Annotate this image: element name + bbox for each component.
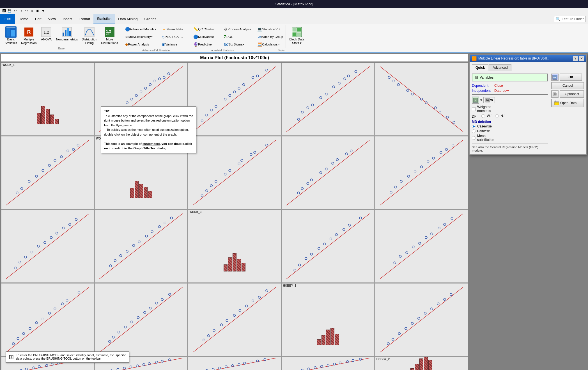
svg-point-56 [311, 104, 313, 106]
matrix-cell-3-1[interactable] [95, 283, 187, 356]
matrix-cell-0-2[interactable] [188, 63, 281, 136]
power-analysis-btn[interactable]: ◆ Power Analysis [124, 41, 158, 47]
matrix-cell-4-3[interactable] [282, 357, 375, 370]
df-w1-radio[interactable] [481, 114, 485, 118]
view-menu[interactable]: View [45, 14, 59, 24]
scatter-1-0 [1, 136, 94, 209]
menu-bar: File Home Edit View Insert Format Statis… [0, 14, 588, 24]
six-sigma-btn[interactable]: 6σ Six Sigma ▾ [222, 41, 252, 47]
redo2-btn[interactable]: ↪ [24, 8, 29, 13]
select-cases-icon-btn[interactable]: S [472, 97, 479, 104]
options-button[interactable]: Options ▾ [560, 90, 584, 98]
dialog-tabs: Quick Advanced [472, 64, 584, 71]
options-icon-btn[interactable] [551, 90, 559, 98]
tab-quick[interactable]: Quick [472, 64, 488, 71]
multivariate-btn[interactable]: 🔵 Multivariate [192, 34, 220, 40]
svg-point-90 [254, 151, 256, 154]
format-menu[interactable]: Format [75, 14, 93, 24]
statistica-icon-btn[interactable]: 🅰 [1, 8, 7, 13]
statistics-menu[interactable]: Statistics [93, 14, 115, 24]
matrix-cell-1-3[interactable] [282, 136, 375, 209]
ok-button[interactable]: OK [560, 74, 582, 81]
insert-menu[interactable]: Insert [59, 14, 75, 24]
matrix-cell-2-1[interactable] [95, 210, 187, 283]
weighted-moments-checkbox[interactable] [472, 107, 476, 111]
casewise-radio[interactable] [472, 125, 476, 128]
graphs-menu[interactable]: Graphs [141, 14, 160, 24]
edit-menu[interactable]: Edit [32, 14, 45, 24]
scatter-1-3 [282, 136, 374, 209]
open-data-button[interactable]: Open Data [551, 99, 584, 107]
mult-exploratory-btn[interactable]: ≋ Mult/Exploratory ▾ [124, 34, 158, 40]
svg-line-238 [193, 358, 276, 370]
matrix-cell-0-0[interactable]: WORK_1 [1, 63, 94, 136]
anova-btn[interactable]: 1,2 ANOVA [39, 25, 54, 42]
dialog-close-btn[interactable]: ✕ [579, 56, 584, 61]
save-btn[interactable]: 💾 [7, 8, 12, 13]
tab-advanced[interactable]: Advanced [489, 64, 511, 71]
svg-rect-19 [297, 28, 301, 32]
statistica-vb-btn[interactable]: 💻 Statistica VB [256, 26, 284, 32]
data-mining-menu[interactable]: Data Mining [115, 14, 141, 24]
undo-btn[interactable]: ↩ [12, 8, 18, 13]
df-n1-radio[interactable] [495, 114, 499, 118]
multiple-regression-btn[interactable]: R MultipleRegression [19, 25, 39, 46]
dropdown-btn[interactable]: ▼ [40, 8, 46, 13]
matrix-cell-4-2[interactable] [188, 357, 281, 370]
doe-btn[interactable]: Σ DOE [222, 34, 252, 40]
matrix-cell-3-0[interactable] [1, 283, 94, 356]
matrix-cell-0-3[interactable] [282, 63, 375, 136]
matrix-cell-1-4[interactable] [375, 136, 468, 209]
batch-by-group-btn[interactable]: 🗂 Batch By Group [256, 34, 284, 40]
print-btn[interactable]: 🖨 [29, 8, 35, 13]
process-analysis-btn[interactable]: ⚙ Process Analysis [222, 26, 252, 32]
matrix-cell-3-3[interactable]: HOBBY_1 [282, 283, 375, 356]
matrix-cell-1-2[interactable] [188, 136, 281, 209]
matrix-cell-3-4[interactable] [375, 283, 468, 356]
svg-point-28 [163, 76, 165, 79]
advanced-models-btn[interactable]: 🔵 Advanced Models ▾ [124, 26, 158, 32]
distribution-fitting-btn[interactable]: DistributionFitting [80, 25, 99, 46]
matrix-cell-2-2[interactable]: WORK_3 [188, 210, 281, 283]
dialog-icon: 🟧 [472, 56, 477, 61]
calculators-btn[interactable]: 🧮 Calculators ▾ [256, 41, 284, 47]
svg-point-42 [266, 69, 268, 71]
redo-btn[interactable]: ↪ [18, 8, 24, 13]
dialog-help-btn[interactable]: ? [573, 56, 578, 61]
select-btn[interactable]: ▣ [35, 8, 40, 13]
matrix-cell-0-4[interactable] [375, 63, 468, 136]
cancel-button[interactable]: Cancel [551, 82, 584, 89]
mean-substitution-radio[interactable] [472, 136, 476, 140]
svg-point-65 [434, 107, 437, 109]
file-menu[interactable]: File [0, 14, 15, 24]
matrix-cell-2-0[interactable] [1, 210, 94, 283]
basic-statistics-btn[interactable]: BasicStatistics [3, 25, 19, 46]
svg-point-154 [343, 229, 345, 231]
ok-icon-btn[interactable]: OK [551, 74, 559, 81]
more-distributions-btn[interactable]: 1,24⬆ MoreDistributions [99, 25, 120, 46]
pairwise-radio[interactable] [472, 129, 476, 133]
svg-point-211 [424, 312, 426, 314]
pls-pca-btn[interactable]: ◇ PLS, PCA, ... [160, 34, 188, 40]
histogram-2-2 [197, 221, 271, 272]
home-menu[interactable]: Home [15, 14, 32, 24]
six-sigma-label: Six Sigma [229, 43, 243, 46]
matrix-cell-1-0[interactable] [1, 136, 94, 209]
neural-nets-btn[interactable]: 🔸 Neural Nets [160, 26, 188, 32]
matrix-cell-2-4[interactable] [375, 210, 468, 283]
matrix-cell-4-4[interactable]: HOBBY_2 [375, 357, 468, 370]
grm-note: See also the General Regression Models (… [472, 143, 548, 152]
w-button[interactable]: W [483, 97, 495, 103]
variables-button[interactable]: 🖥 Variables [472, 74, 548, 81]
select-cases-label: S [480, 99, 482, 102]
nonparametrics-btn[interactable]: Nonparametrics [54, 25, 80, 42]
feature-finder[interactable]: 🔍 Feature Finder [554, 16, 586, 22]
block-data-stats-btn[interactable]: Block DataStats ▾ [287, 25, 307, 46]
svg-rect-12 [69, 31, 71, 36]
predictive-btn[interactable]: 🔮 Predictive [192, 41, 220, 47]
qc-charts-btn[interactable]: 📏 QC Charts ▾ [192, 26, 220, 32]
svg-line-36 [193, 67, 276, 132]
variance-btn[interactable]: ▣ Variance [160, 41, 188, 47]
matrix-cell-2-3[interactable] [282, 210, 375, 283]
matrix-cell-3-2[interactable] [188, 283, 281, 356]
